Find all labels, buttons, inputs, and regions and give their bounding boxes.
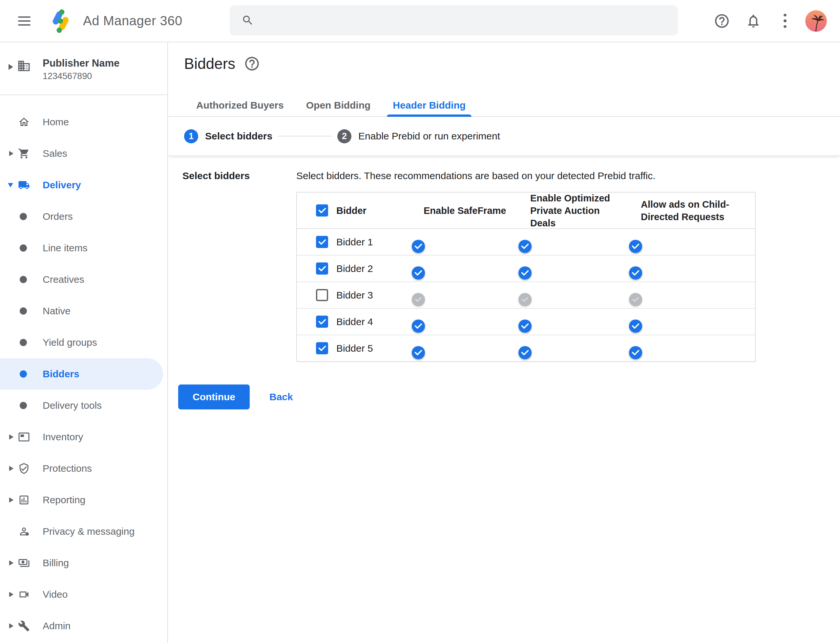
toggle-thumb (412, 346, 425, 359)
row-checkbox[interactable] (316, 263, 328, 274)
caret-right-icon[interactable] (9, 434, 13, 440)
home-icon (18, 116, 30, 128)
sidebar-item-label: Line items (42, 242, 88, 254)
sidebar-item-label: Delivery (42, 180, 81, 191)
notifications-bell-icon[interactable] (745, 13, 762, 29)
back-link[interactable]: Back (263, 392, 299, 403)
toggle-thumb (629, 293, 642, 306)
payments-icon (18, 557, 30, 569)
sidebar-item-video[interactable]: Video (0, 579, 167, 610)
toggle-thumb (412, 266, 425, 279)
continue-button[interactable]: Continue (178, 385, 250, 410)
sidebar-item-delivery[interactable]: Delivery (0, 169, 167, 201)
table-row-bidder-2: Bidder 2 (297, 256, 755, 282)
sidebar-item-inventory[interactable]: Inventory (0, 421, 167, 453)
step-1-circle: 1 (184, 129, 198, 144)
truck-icon (18, 179, 30, 191)
sidebar-item-protections[interactable]: Protections (0, 453, 167, 484)
sidebar-item-line-items[interactable]: Line items (0, 232, 167, 264)
sidebar-item-label: Privacy & messaging (42, 526, 134, 537)
toggle-thumb (518, 266, 531, 279)
publisher-selector[interactable]: Publisher Name 1234567890 (0, 42, 167, 95)
bullet-icon (20, 402, 27, 409)
section-description: Select bidders. These recommendations ar… (296, 170, 655, 181)
bidder-name: Bidder 1 (336, 237, 423, 248)
caret-right-icon[interactable] (9, 623, 13, 628)
shield-check-icon (18, 463, 30, 474)
step-1-label: Select bidders (205, 131, 272, 142)
hamburger-menu-icon[interactable] (18, 16, 31, 26)
toggle-thumb (412, 320, 425, 333)
row-checkbox[interactable] (316, 316, 328, 328)
sidebar-item-label: Home (42, 116, 69, 127)
tab-open-bidding[interactable]: Open Bidding (295, 95, 382, 116)
sidebar-item-bidders[interactable]: Bidders (0, 358, 167, 390)
step-connector (278, 136, 332, 137)
sidebar-item-label: Protections (42, 463, 92, 474)
caret-right-icon[interactable] (9, 151, 13, 156)
sidebar-item-label: Native (42, 305, 70, 317)
caret-right-icon[interactable] (9, 466, 13, 471)
toggle-thumb (518, 320, 531, 333)
column-header-bidder: Bidder (336, 204, 423, 217)
sidebar-item-reporting[interactable]: Reporting (0, 484, 167, 516)
sidebar-item-label: Sales (42, 148, 67, 159)
caret-right-icon (8, 64, 13, 70)
caret-down-icon[interactable] (8, 183, 13, 187)
sidebar-item-label: Billing (42, 557, 69, 568)
sidebar-item-orders[interactable]: Orders (0, 201, 167, 232)
row-checkbox[interactable] (316, 289, 328, 301)
ad-manager-app: Ad Manager 360 (0, 0, 840, 643)
section-label: Select bidders (183, 170, 250, 181)
sidebar-item-sales[interactable]: Sales (0, 138, 167, 169)
tab-authorized-buyers[interactable]: Authorized Buyers (185, 95, 295, 116)
bidder-name: Bidder 4 (336, 316, 423, 327)
toggle-thumb (518, 346, 531, 359)
caret-right-icon[interactable] (9, 592, 13, 597)
search-bar[interactable] (230, 5, 678, 36)
kebab-menu-icon[interactable] (776, 13, 793, 29)
caret-right-icon[interactable] (9, 497, 13, 503)
user-avatar[interactable] (805, 10, 827, 32)
sidebar-item-label: Inventory (42, 431, 83, 442)
sidebar-item-native[interactable]: Native (0, 295, 167, 327)
search-input[interactable] (262, 15, 657, 26)
sidebar-item-privacy-and-messaging[interactable]: Privacy & messaging (0, 516, 167, 547)
sidebar-item-billing[interactable]: Billing (0, 547, 167, 579)
videocam-icon (18, 589, 30, 601)
bidder-name: Bidder 5 (336, 343, 423, 354)
sidebar-item-creatives[interactable]: Creatives (0, 264, 167, 295)
ad-unit-icon (18, 431, 30, 443)
help-circle-icon[interactable] (244, 55, 260, 72)
sidebar-item-label: Yield groups (42, 337, 97, 348)
wrench-icon (18, 620, 30, 632)
row-checkbox[interactable] (316, 236, 328, 248)
toggle-thumb (412, 293, 425, 306)
sidebar-item-yield-groups[interactable]: Yield groups (0, 327, 167, 358)
bidder-name: Bidder 2 (336, 263, 423, 274)
help-icon[interactable] (713, 13, 731, 29)
sidebar-item-home[interactable]: Home (0, 106, 167, 138)
bullet-icon (20, 307, 27, 315)
table-row-bidder-3: Bidder 3 (297, 282, 755, 309)
sidebar-item-label: Bidders (42, 369, 79, 380)
sidebar-item-label: Admin (42, 620, 70, 632)
bullet-icon (20, 370, 27, 378)
column-header-allow-ads-on-child-directed-requests: Allow ads on Child-Directed Requests (641, 198, 755, 223)
app-title: Ad Manager 360 (83, 13, 183, 28)
sidebar-item-admin[interactable]: Admin (0, 610, 167, 642)
select-all-checkbox[interactable] (316, 204, 328, 217)
sidebar-item-delivery-tools[interactable]: Delivery tools (0, 390, 167, 421)
main-content: Bidders Authorized Buyers Open Bidding H… (168, 42, 840, 643)
topbar-actions (713, 0, 827, 42)
sidebar-item-label: Video (42, 589, 68, 600)
toggle-thumb (518, 293, 531, 306)
tab-header-bidding[interactable]: Header Bidding (382, 95, 477, 116)
toggle-thumb (629, 320, 642, 333)
tab-bar: Authorized Buyers Open Bidding Header Bi… (168, 95, 840, 117)
row-checkbox[interactable] (316, 342, 328, 354)
toggle-thumb (518, 240, 531, 253)
caret-right-icon[interactable] (9, 560, 13, 566)
sidebar-item-label: Creatives (42, 274, 84, 285)
bidders-table: BidderEnable SafeFrameEnable Optimized P… (296, 192, 756, 362)
